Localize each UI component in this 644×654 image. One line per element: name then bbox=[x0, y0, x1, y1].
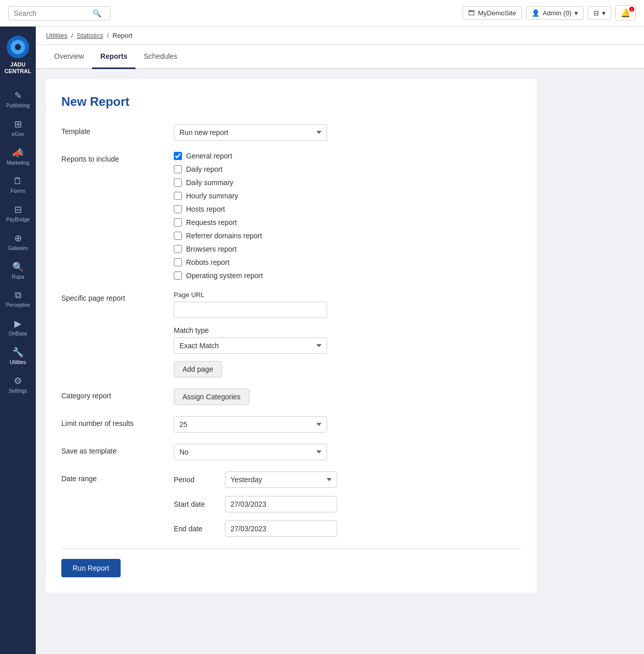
checkbox-general-report-label: General report bbox=[186, 152, 232, 160]
page-url-label: Page URL bbox=[174, 291, 521, 299]
start-date-label: Start date bbox=[174, 500, 215, 508]
checkbox-os-report-input[interactable] bbox=[174, 272, 182, 280]
save-template-select[interactable]: No Yes bbox=[174, 444, 327, 460]
notification-button[interactable]: 🔔 1 bbox=[615, 5, 636, 21]
search-box[interactable]: 🔍 bbox=[8, 6, 110, 20]
sidebar-item-egov[interactable]: ⊞ eGov bbox=[0, 115, 36, 141]
template-row: Template Run new report Saved template 1 bbox=[61, 124, 521, 141]
breadcrumb-current: Report bbox=[112, 32, 132, 39]
onbase-icon: ▶ bbox=[14, 318, 21, 329]
tab-schedules[interactable]: Schedules bbox=[135, 45, 185, 69]
grid-button[interactable]: ⊟ ▾ bbox=[588, 6, 611, 20]
checkboxes-control: General report Daily report Daily summar… bbox=[174, 152, 521, 280]
period-select[interactable]: Yesterday Today Last 7 days Last 30 days… bbox=[225, 471, 337, 488]
category-report-label: Category report bbox=[61, 389, 174, 400]
utilities-icon: 🔧 bbox=[12, 347, 24, 358]
checkbox-browsers-report-input[interactable] bbox=[174, 245, 182, 253]
sidebar-item-label: Utilities bbox=[10, 359, 26, 365]
template-select[interactable]: Run new report Saved template 1 bbox=[174, 124, 327, 141]
sidebar-item-label: Rupa bbox=[12, 274, 24, 280]
egov-icon: ⊞ bbox=[14, 119, 22, 130]
sidebar-item-paybridge[interactable]: ⊟ PayBridge bbox=[0, 200, 36, 227]
sidebar-logo: JADUCENTRAL bbox=[5, 32, 32, 79]
checkbox-robots-report[interactable]: Robots report bbox=[174, 258, 521, 266]
checkbox-requests-report-input[interactable] bbox=[174, 218, 182, 227]
admin-button[interactable]: 👤 Admin (0) ▾ bbox=[526, 6, 584, 20]
site-icon: 🗔 bbox=[468, 9, 475, 17]
checkbox-daily-summary-label: Daily summary bbox=[186, 178, 234, 187]
end-date-label: End date bbox=[174, 525, 215, 533]
page-url-input[interactable] bbox=[174, 302, 327, 318]
limit-select[interactable]: 25 50 100 All bbox=[174, 416, 327, 433]
checkbox-daily-report[interactable]: Daily report bbox=[174, 165, 521, 173]
search-input[interactable] bbox=[14, 9, 90, 17]
save-template-label: Save as template bbox=[61, 444, 174, 455]
content-area: New Report Template Run new report Saved… bbox=[36, 69, 644, 654]
site-button[interactable]: 🗔 MyDemoSite bbox=[463, 6, 521, 20]
checkbox-browsers-report[interactable]: Browsers report bbox=[174, 245, 521, 253]
checkbox-hourly-summary-input[interactable] bbox=[174, 192, 182, 200]
add-page-button[interactable]: Add page bbox=[174, 361, 222, 377]
checkbox-robots-report-input[interactable] bbox=[174, 258, 182, 266]
date-range-label: Date range bbox=[61, 471, 174, 483]
period-row: Period Yesterday Today Last 7 days Last … bbox=[174, 471, 521, 488]
sidebar-item-rupa[interactable]: 🔍 Rupa bbox=[0, 257, 36, 284]
end-date-input[interactable] bbox=[225, 521, 337, 537]
publishing-icon: ✎ bbox=[14, 90, 22, 101]
match-type-label: Match type bbox=[174, 326, 521, 334]
sidebar-item-onbase[interactable]: ▶ OnBase bbox=[0, 314, 36, 341]
start-date-input[interactable] bbox=[225, 496, 337, 512]
checkbox-requests-report[interactable]: Requests report bbox=[174, 218, 521, 227]
checkbox-daily-summary-input[interactable] bbox=[174, 178, 182, 187]
checkbox-daily-report-label: Daily report bbox=[186, 165, 223, 173]
limit-results-control: 25 50 100 All bbox=[174, 416, 521, 433]
sidebar-item-label: OnBase bbox=[9, 331, 27, 336]
top-header: 🔍 🗔 MyDemoSite 👤 Admin (0) ▾ ⊟ ▾ 🔔 1 bbox=[0, 0, 644, 27]
user-icon: 👤 bbox=[532, 9, 540, 17]
sidebar-item-perceptive[interactable]: ⧉ Perceptive bbox=[0, 286, 36, 312]
tab-overview[interactable]: Overview bbox=[46, 45, 92, 69]
assign-categories-button[interactable]: Assign Categories bbox=[174, 389, 249, 405]
tab-reports[interactable]: Reports bbox=[92, 45, 135, 69]
grid-icon: ⊟ bbox=[593, 9, 599, 17]
header-right: 🗔 MyDemoSite 👤 Admin (0) ▾ ⊟ ▾ 🔔 1 bbox=[463, 5, 636, 21]
checkbox-hourly-summary[interactable]: Hourly summary bbox=[174, 192, 521, 200]
date-range-control: Period Yesterday Today Last 7 days Last … bbox=[174, 471, 521, 537]
chevron-down-icon-2: ▾ bbox=[602, 9, 606, 17]
breadcrumb-utilities[interactable]: Utilities bbox=[46, 32, 67, 39]
logo-dot bbox=[15, 44, 21, 50]
checkbox-daily-summary[interactable]: Daily summary bbox=[174, 178, 521, 187]
sidebar-item-galaxies[interactable]: ⊕ Galaxies bbox=[0, 229, 36, 255]
checkbox-referrer-domains-label: Referrer domains report bbox=[186, 232, 262, 240]
checkbox-requests-report-label: Requests report bbox=[186, 218, 237, 227]
match-type-select[interactable]: Exact Match Contains Starts with bbox=[174, 337, 327, 354]
checkbox-general-report-input[interactable] bbox=[174, 152, 182, 160]
sidebar-item-publishing[interactable]: ✎ Publishing bbox=[0, 86, 36, 112]
checkbox-robots-report-label: Robots report bbox=[186, 258, 229, 266]
checkbox-hosts-report[interactable]: Hosts report bbox=[174, 205, 521, 213]
end-date-row: End date bbox=[174, 521, 521, 537]
specific-page-row: Specific page report Page URL Match type… bbox=[61, 291, 521, 377]
breadcrumb: Utilities / Statistics / Report bbox=[36, 27, 644, 45]
checkbox-os-report[interactable]: Operating system report bbox=[174, 272, 521, 280]
checkbox-hosts-report-input[interactable] bbox=[174, 205, 182, 213]
match-type-group: Match type Exact Match Contains Starts w… bbox=[174, 326, 521, 354]
checkbox-daily-report-input[interactable] bbox=[174, 165, 182, 173]
save-template-row: Save as template No Yes bbox=[61, 444, 521, 460]
sidebar-item-label: Forms bbox=[11, 188, 25, 194]
start-date-row: Start date bbox=[174, 496, 521, 512]
sidebar-item-utilities[interactable]: 🔧 Utilities bbox=[0, 343, 36, 369]
checkbox-referrer-domains-input[interactable] bbox=[174, 232, 182, 240]
sidebar-item-settings[interactable]: ⚙ Settings bbox=[0, 371, 36, 398]
sidebar-item-marketing[interactable]: 📣 Marketing bbox=[0, 143, 36, 170]
reports-include-label: Reports to include bbox=[61, 152, 174, 163]
checkbox-referrer-domains[interactable]: Referrer domains report bbox=[174, 232, 521, 240]
checkbox-browsers-report-label: Browsers report bbox=[186, 245, 237, 253]
run-report-button[interactable]: Run Report bbox=[61, 559, 121, 577]
logo-inner-circle bbox=[11, 40, 25, 54]
checkbox-general-report[interactable]: General report bbox=[174, 152, 521, 160]
template-control: Run new report Saved template 1 bbox=[174, 124, 521, 141]
specific-page-control: Page URL Match type Exact Match Contains… bbox=[174, 291, 521, 377]
breadcrumb-statistics[interactable]: Statistics bbox=[77, 32, 103, 39]
sidebar-item-forms[interactable]: 🗒 Forms bbox=[0, 172, 36, 198]
